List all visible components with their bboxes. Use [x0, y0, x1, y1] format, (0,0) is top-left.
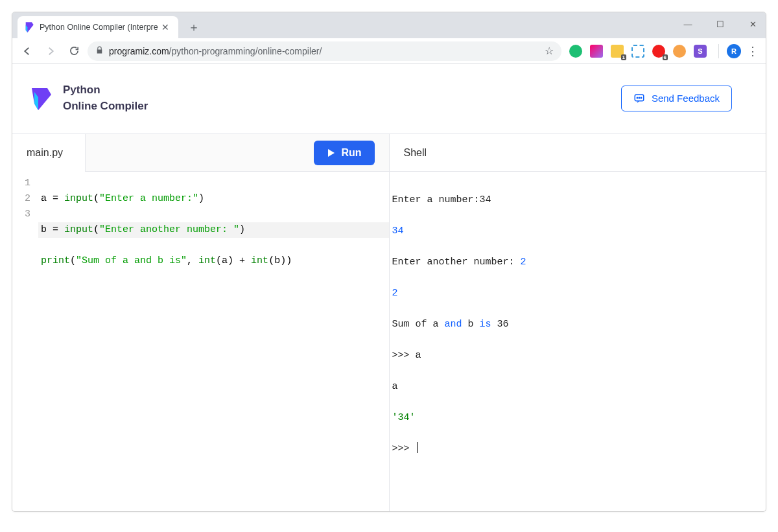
new-tab-button[interactable]: ＋: [185, 18, 203, 36]
reload-button[interactable]: [64, 41, 84, 61]
address-bar[interactable]: programiz.com/python-programming/online-…: [88, 41, 561, 61]
ext-icon-7[interactable]: S: [694, 45, 707, 58]
back-button[interactable]: [18, 41, 37, 61]
code-editor[interactable]: 123 a = input("Enter a number:") b = inp…: [12, 172, 389, 511]
toolbar-separator: [718, 44, 719, 58]
brand-logo-icon: [30, 86, 53, 111]
code-body[interactable]: a = input("Enter a number:") b = input("…: [38, 172, 389, 511]
nav-toolbar: programiz.com/python-programming/online-…: [12, 38, 766, 64]
tab-title: Python Online Compiler (Interpre: [40, 23, 159, 32]
url-text: programiz.com/python-programming/online-…: [109, 46, 539, 56]
lock-icon: [95, 46, 104, 56]
forward-button: [41, 41, 60, 61]
page-header: Python Online Compiler Send Feedback: [12, 64, 766, 133]
extensions-row: 1 6 S: [565, 45, 711, 58]
page-content: Python Online Compiler Send Feedback mai…: [12, 64, 766, 511]
browser-window: Python Online Compiler (Interpre ✕ ＋ ― ☐…: [12, 12, 766, 512]
shell-pane: Shell Enter a number:34 34 Enter another…: [390, 134, 766, 511]
ext-icon-4[interactable]: [631, 45, 644, 58]
file-tab[interactable]: main.py: [12, 134, 86, 172]
ide-split: main.py Run 123 a = input("Enter a numbe…: [12, 133, 766, 511]
shell-header: Shell: [390, 134, 766, 172]
brand: Python Online Compiler: [30, 82, 148, 114]
window-maximize-icon[interactable]: ☐: [711, 15, 729, 33]
svg-point-1: [637, 97, 638, 98]
editor-pane: main.py Run 123 a = input("Enter a numbe…: [12, 134, 390, 511]
svg-point-3: [641, 97, 642, 98]
ext-icon-1[interactable]: [569, 45, 582, 58]
window-minimize-icon[interactable]: ―: [679, 15, 697, 33]
play-icon: [327, 148, 336, 157]
ext-icon-3[interactable]: 1: [611, 45, 624, 58]
browser-tab[interactable]: Python Online Compiler (Interpre ✕: [18, 16, 178, 38]
line-gutter: 123: [12, 172, 38, 511]
shell-output[interactable]: Enter a number:34 34 Enter another numbe…: [390, 172, 766, 511]
tab-close-icon[interactable]: ✕: [159, 22, 172, 32]
titlebar: Python Online Compiler (Interpre ✕ ＋ ― ☐…: [12, 12, 766, 38]
cursor: [417, 442, 418, 453]
ext-icon-5[interactable]: 6: [652, 45, 665, 58]
bookmark-star-icon[interactable]: ☆: [545, 45, 554, 57]
ext-icon-6[interactable]: [673, 45, 686, 58]
profile-avatar[interactable]: R: [727, 44, 741, 58]
window-close-icon[interactable]: ✕: [744, 15, 762, 33]
run-button[interactable]: Run: [314, 141, 374, 165]
ext-icon-2[interactable]: [590, 45, 603, 58]
send-feedback-button[interactable]: Send Feedback: [621, 86, 732, 111]
tab-favicon: [24, 22, 34, 32]
svg-point-2: [639, 97, 640, 98]
brand-title: Python Online Compiler: [63, 82, 148, 114]
chat-icon: [633, 93, 645, 104]
chrome-menu-icon[interactable]: ⋮: [745, 44, 760, 58]
